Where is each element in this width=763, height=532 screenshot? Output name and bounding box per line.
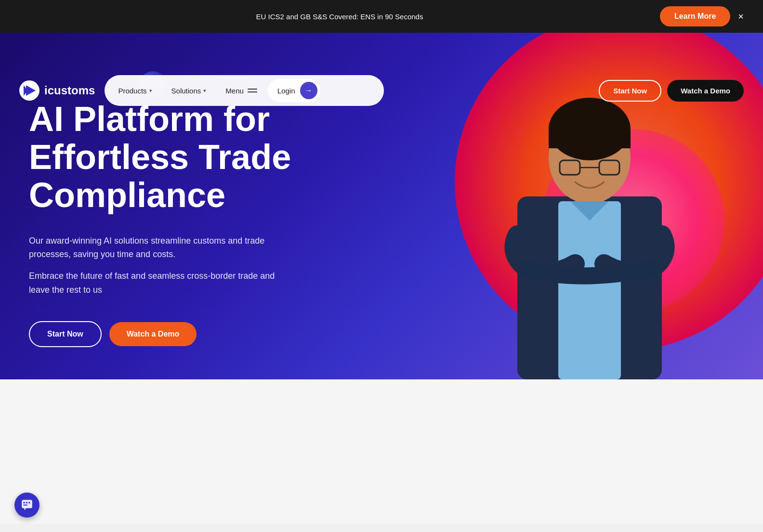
products-nav-item[interactable]: Products ▾ xyxy=(109,82,160,100)
hero-title: AI Platform for Effortless Trade Complia… xyxy=(29,100,328,215)
hero-cta-buttons: Start Now Watch a Demo xyxy=(29,321,328,347)
nav-right-actions: Start Now Watch a Demo xyxy=(599,80,744,102)
login-label: Login xyxy=(277,87,295,95)
svg-rect-1 xyxy=(558,201,621,379)
svg-rect-15 xyxy=(28,502,30,504)
below-hero-section xyxy=(0,379,763,524)
logo-icon xyxy=(19,80,39,101)
svg-rect-13 xyxy=(23,502,25,504)
menu-nav-item[interactable]: Menu xyxy=(217,82,266,100)
svg-rect-14 xyxy=(26,502,27,504)
login-arrow-icon: → xyxy=(300,82,317,99)
svg-marker-17 xyxy=(24,508,26,510)
logo-text: icustoms xyxy=(44,84,95,97)
navbar: icustoms Products ▾ Solutions ▾ Menu Log xyxy=(0,65,763,116)
svg-rect-16 xyxy=(23,505,27,506)
svg-rect-5 xyxy=(549,129,631,148)
hero-watch-demo-button[interactable]: Watch a Demo xyxy=(109,322,197,346)
navbar-start-now-button[interactable]: Start Now xyxy=(599,80,661,102)
banner-close-button[interactable]: × xyxy=(738,12,744,21)
login-button[interactable]: Login → xyxy=(268,79,320,102)
chat-widget-button[interactable] xyxy=(14,493,39,518)
hero-description-2: Embrace the future of fast and seamless … xyxy=(29,269,279,297)
svg-rect-12 xyxy=(22,500,32,508)
banner-text: EU ICS2 and GB S&S Covered: ENS in 90 Se… xyxy=(19,13,660,21)
hero-description-1: Our award-winning AI solutions streamlin… xyxy=(29,234,299,262)
products-chevron-icon: ▾ xyxy=(149,88,152,94)
hero-start-now-button[interactable]: Start Now xyxy=(29,321,102,347)
solutions-nav-item[interactable]: Solutions ▾ xyxy=(163,82,215,100)
solutions-chevron-icon: ▾ xyxy=(203,88,206,94)
announcement-banner: EU ICS2 and GB S&S Covered: ENS in 90 Se… xyxy=(0,0,763,33)
menu-lines-icon xyxy=(248,89,257,92)
hero-section: icustoms Products ▾ Solutions ▾ Menu Log xyxy=(0,33,763,379)
logo[interactable]: icustoms xyxy=(19,80,95,101)
nav-pill: Products ▾ Solutions ▾ Menu Login → xyxy=(105,75,384,106)
navbar-watch-demo-button[interactable]: Watch a Demo xyxy=(667,80,744,102)
banner-learn-more-button[interactable]: Learn More xyxy=(660,6,730,26)
chat-icon xyxy=(21,499,33,511)
